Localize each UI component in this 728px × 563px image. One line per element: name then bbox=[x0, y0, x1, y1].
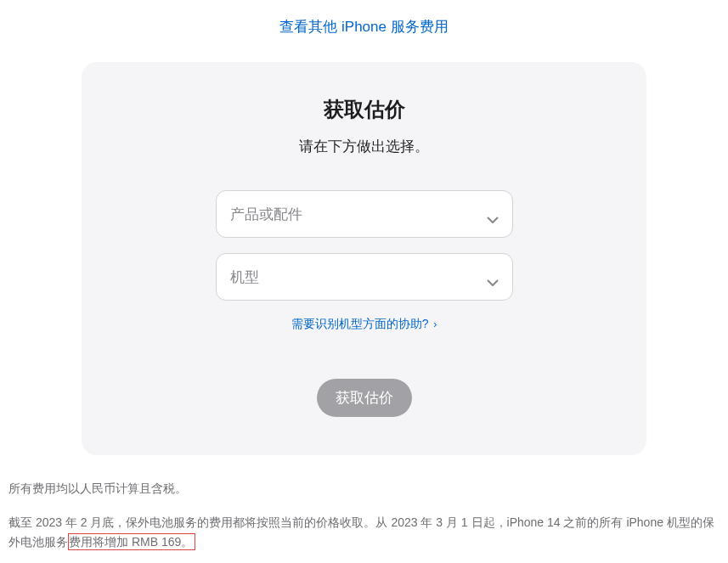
top-link-wrapper: 查看其他 iPhone 服务费用 bbox=[8, 0, 720, 62]
help-link-wrapper: 需要识别机型方面的协助? › bbox=[116, 316, 612, 332]
other-services-link[interactable]: 查看其他 iPhone 服务费用 bbox=[279, 19, 448, 35]
product-select-placeholder: 产品或配件 bbox=[230, 205, 302, 224]
product-select[interactable]: 产品或配件 bbox=[216, 190, 513, 238]
card-title: 获取估价 bbox=[116, 96, 612, 123]
chevron-down-icon bbox=[487, 211, 499, 217]
price-highlight: 费用将增加 RMB 169。 bbox=[68, 533, 195, 550]
chevron-down-icon bbox=[487, 273, 499, 280]
footnote-price-change: 截至 2023 年 2 月底，保外电池服务的费用都将按照当前的价格收取。从 20… bbox=[8, 513, 720, 551]
model-select[interactable]: 机型 bbox=[216, 253, 513, 301]
help-identify-link[interactable]: 需要识别机型方面的协助? › bbox=[291, 317, 437, 330]
footnote-currency: 所有费用均以人民币计算且含税。 bbox=[8, 479, 720, 498]
help-link-text: 需要识别机型方面的协助? bbox=[291, 317, 429, 330]
estimate-card: 获取估价 请在下方做出选择。 产品或配件 机型 需要识别机型方面的协助? › bbox=[82, 62, 646, 455]
chevron-right-icon: › bbox=[433, 318, 437, 330]
model-select-wrapper: 机型 bbox=[216, 253, 513, 301]
get-estimate-button[interactable]: 获取估价 bbox=[317, 379, 412, 417]
model-select-placeholder: 机型 bbox=[230, 267, 259, 287]
card-subtitle: 请在下方做出选择。 bbox=[116, 137, 612, 156]
product-select-wrapper: 产品或配件 bbox=[216, 190, 513, 238]
